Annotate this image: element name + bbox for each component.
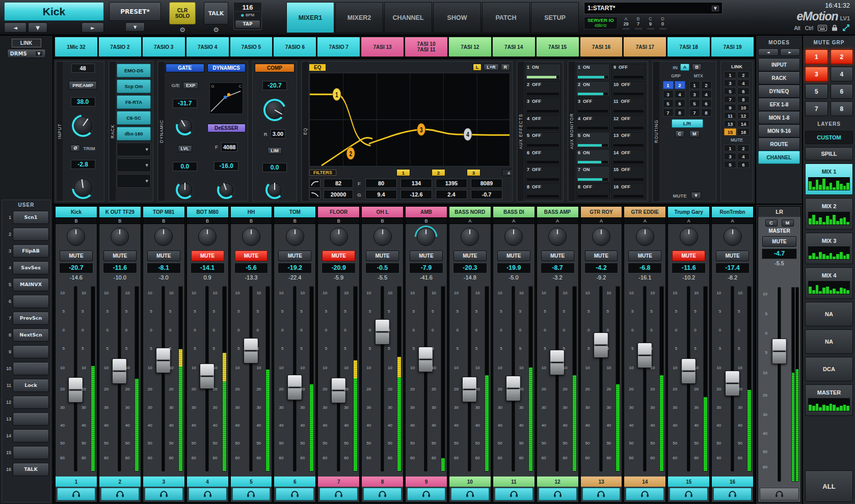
link-cell[interactable]: 13 [724, 120, 736, 127]
dynamics-header-button[interactable]: DYNAMICS [207, 64, 246, 72]
io-assignment[interactable]: 7ASI 15 [537, 37, 579, 57]
io-assignment[interactable]: 7ASIO 6 [274, 37, 316, 57]
aux-effects-send[interactable]: 4OFF [525, 115, 561, 131]
layer-all-button[interactable]: ALL [805, 470, 853, 502]
headphone-button[interactable] [145, 488, 183, 500]
monitor-send[interactable]: 12OFF [611, 115, 646, 131]
eq-band-button[interactable]: 3 [467, 169, 480, 176]
matrix-assign-cell[interactable]: 7 [689, 108, 700, 117]
preamp-button[interactable]: PREAMP [69, 81, 97, 90]
user-assign-button[interactable]: NextScn [13, 328, 49, 342]
monitor-send[interactable]: 8OFF [576, 183, 610, 200]
rack-plugin-slot[interactable]: ▼ [117, 174, 151, 188]
layer-button-master[interactable]: MASTER [805, 384, 853, 416]
rack-plugin-slot[interactable]: EMO-D5 ▼ [117, 64, 151, 77]
monitor-send[interactable]: 9OFF [611, 64, 646, 80]
headphone-button[interactable] [319, 488, 358, 500]
eq-lr-button[interactable]: L+R [484, 64, 498, 71]
eq-right-button[interactable]: R [501, 64, 511, 71]
fader-track[interactable] [337, 286, 340, 471]
clear-solo-button[interactable]: CLR SOLO [169, 2, 196, 24]
channel-name[interactable]: BOT M80 [187, 207, 228, 217]
user-assign-button[interactable]: Scn1 [13, 211, 49, 224]
link-mute-cell[interactable]: 3 [724, 153, 736, 160]
fader-track[interactable] [643, 286, 646, 471]
group-assign-cell[interactable]: 8 [675, 108, 685, 117]
eq-band-gain-value[interactable]: 2.4 [436, 190, 467, 199]
fader-track[interactable] [74, 286, 77, 471]
aux-effects-send[interactable]: 3OFF [525, 98, 561, 114]
group-assign-cell[interactable]: 4 [675, 90, 685, 98]
rack-plugin-slot[interactable]: ▼ [117, 143, 151, 156]
channel-name[interactable]: GTR EDDIE [624, 207, 665, 217]
layer-button-na[interactable]: NA [805, 329, 853, 354]
group-selector[interactable]: DRMS ▼ [7, 49, 46, 58]
phantom-48v-button[interactable]: 48 [71, 64, 95, 73]
main-tab[interactable]: CHANNEL [384, 2, 432, 33]
hpf-slope-icon[interactable] [309, 179, 320, 188]
pan-knob[interactable] [449, 224, 491, 249]
io-assignment[interactable]: 7ASI 10 7ASI 11 [405, 37, 447, 57]
routing-b-button[interactable]: B [692, 64, 702, 71]
fader-track[interactable] [424, 286, 428, 471]
monitor-send[interactable]: 5ON [576, 132, 610, 148]
comp-makeup-knob[interactable] [265, 181, 284, 199]
keyboard-icon[interactable] [818, 25, 827, 31]
monitor-send[interactable]: 15OFF [611, 166, 646, 182]
link-mute-cell[interactable]: 5 [724, 161, 736, 168]
mute-button[interactable]: MUTE [716, 250, 749, 261]
eq-band-gain-value[interactable]: -12.6 [400, 190, 432, 199]
matrix-assign-cell[interactable]: 6 [701, 99, 712, 107]
layer-button-mix-1[interactable]: MIX 1 [805, 163, 853, 195]
link-cell[interactable]: 8 [737, 96, 750, 103]
expand-icon[interactable] [842, 24, 850, 32]
routing-dropdown-button[interactable]: ▼ [691, 192, 702, 199]
pan-knob[interactable] [712, 224, 753, 249]
trim-knob[interactable] [72, 177, 94, 199]
link-mute-cell[interactable]: 4 [737, 153, 750, 160]
link-cell[interactable]: 2 [737, 71, 750, 78]
mute-button[interactable]: MUTE [585, 250, 618, 261]
headphone-button[interactable] [582, 488, 621, 500]
fader-track[interactable] [687, 286, 690, 471]
lr-assign-button[interactable]: L/R [672, 119, 703, 128]
talk-settings-gear-icon[interactable]: ⚙ [213, 25, 219, 34]
link-cell[interactable]: 11 [724, 112, 736, 119]
eq-band-frequency-value[interactable]: 1395 [436, 179, 467, 188]
channel-name[interactable]: Kick [56, 207, 97, 217]
group-assign-cell[interactable]: 2 [675, 81, 685, 89]
fader-track[interactable] [162, 286, 165, 471]
solo-settings-gear-icon[interactable]: ⚙ [179, 25, 185, 34]
next-channel-button[interactable]: ► [82, 22, 104, 33]
session-dropdown-icon[interactable]: ▼ [712, 6, 719, 11]
eq-band-frequency-value[interactable]: 80 [365, 179, 397, 188]
headphone-button[interactable] [276, 488, 314, 500]
user-assign-button[interactable]: PrevScn [13, 312, 49, 325]
io-assignment[interactable]: 7ASI 18 [667, 37, 710, 57]
mute-group-button[interactable]: 7 [805, 101, 828, 116]
channel-name[interactable]: K OUT TF29 [99, 207, 141, 217]
link-mute-cell[interactable]: 6 [737, 161, 750, 168]
io-assignment[interactable]: 7ASI 16 [580, 37, 623, 57]
link-cell[interactable]: 9 [724, 104, 736, 111]
user-assign-button[interactable] [13, 429, 49, 442]
user-assign-button[interactable]: FlipAB [13, 244, 49, 258]
monitor-send[interactable]: 6ON [576, 149, 610, 165]
preset-button[interactable]: PRESET* [109, 2, 161, 21]
preamp-gain-knob[interactable] [72, 115, 94, 137]
link-cell[interactable]: 16 [737, 128, 750, 135]
group-assign-cell[interactable]: 3 [663, 90, 674, 98]
layer-button-mix-2[interactable]: MIX 2 [805, 198, 853, 230]
aux-effects-send[interactable]: 1ON [525, 64, 561, 80]
fader-track[interactable] [555, 286, 558, 471]
gate-range-knob[interactable] [176, 181, 194, 199]
link-cell[interactable]: 7 [724, 96, 736, 103]
eq-band-button[interactable]: 1 [396, 169, 410, 176]
main-tab[interactable]: MIXER2 [335, 2, 383, 33]
layer-spill-button[interactable]: SPILL [805, 147, 853, 160]
mode-button[interactable]: CHANNEL [758, 151, 800, 164]
mute-button[interactable]: MUTE [453, 250, 487, 261]
modes-prev-button[interactable]: ◄ [758, 48, 779, 56]
pan-knob[interactable] [581, 224, 622, 249]
monitor-send[interactable]: 10OFF [611, 81, 646, 97]
